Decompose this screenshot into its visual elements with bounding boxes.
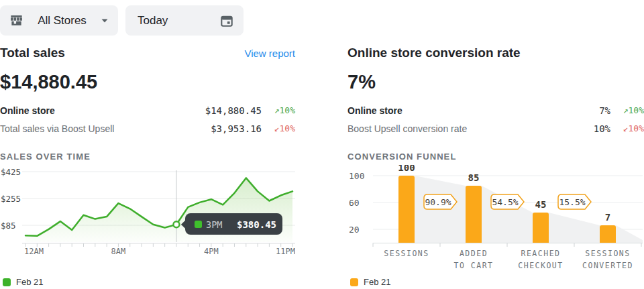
metric-value: 10%	[594, 123, 610, 134]
sales-over-time-chart[interactable]: $85$255$42512AM8AM4PM11PM3PM$380.45	[0, 165, 295, 259]
svg-text:90.9%: 90.9%	[425, 197, 451, 207]
svg-text:3PM: 3PM	[206, 219, 222, 230]
metric-label: Online store	[0, 105, 205, 116]
toolbar: All Stores Today	[0, 5, 244, 36]
view-report-link[interactable]: View report	[244, 48, 295, 59]
chevron-down-icon	[101, 18, 109, 23]
svg-text:CHECKOUT: CHECKOUT	[518, 261, 563, 270]
conversion-rate-panel: Online store conversion rate 7% Online s…	[347, 46, 644, 162]
total-sales-panel: Total sales View report $14,880.45 Onlin…	[0, 46, 295, 162]
metric-delta: ↙10%	[610, 123, 644, 133]
svg-text:8AM: 8AM	[111, 247, 126, 256]
conversion-rate-title: Online store conversion rate	[347, 46, 521, 60]
svg-text:54.5%: 54.5%	[492, 197, 518, 207]
legend-label: Feb 21	[16, 277, 43, 287]
metric-value: $14,880.45	[205, 105, 262, 116]
svg-text:100: 100	[398, 165, 415, 173]
svg-text:100: 100	[349, 171, 364, 181]
store-selector-button[interactable]: All Stores	[0, 5, 118, 36]
metric-delta: ↗10%	[610, 105, 644, 115]
total-sales-title: Total sales	[0, 46, 65, 60]
metric-delta: ↗10%	[262, 105, 295, 115]
metric-delta: ↙10%	[262, 123, 295, 133]
date-range-button[interactable]: Today	[125, 5, 244, 36]
svg-text:$255: $255	[1, 194, 21, 204]
conversion-funnel-label: CONVERSION FUNNEL	[347, 152, 644, 162]
conversion-funnel-chart[interactable]: 10060201008545790.9%54.5%15.5%SESSIONSAD…	[347, 165, 644, 272]
svg-text:12AM: 12AM	[24, 247, 44, 256]
metric-row-online-store: Online store 7% ↗10%	[347, 101, 644, 119]
svg-text:SESSIONS: SESSIONS	[585, 249, 630, 258]
svg-text:ADDED: ADDED	[460, 249, 488, 258]
conversion-rate-value: 7%	[347, 71, 644, 95]
total-sales-breakdown: Online store $14,880.45 ↗10% Total sales…	[0, 101, 295, 137]
metric-label: Online store	[347, 105, 599, 116]
metric-value: $3,953.16	[211, 123, 262, 134]
sales-chart-legend: Feb 21	[3, 277, 43, 287]
metric-value: 7%	[599, 105, 610, 116]
sales-over-time-label: SALES OVER TIME	[0, 152, 295, 162]
svg-text:TO CART: TO CART	[454, 261, 494, 270]
svg-text:$85: $85	[1, 221, 16, 231]
total-sales-value: $14,880.45	[0, 71, 295, 95]
metric-label: Boost Upsell conversion rate	[347, 123, 594, 134]
svg-text:11PM: 11PM	[276, 247, 295, 256]
legend-label: Feb 21	[364, 277, 390, 287]
svg-text:7: 7	[605, 212, 610, 223]
metric-row-online-store: Online store $14,880.45 ↗10%	[0, 101, 295, 119]
legend-swatch-orange	[350, 278, 358, 286]
date-range-label: Today	[138, 14, 168, 27]
legend-swatch-green	[3, 278, 11, 286]
svg-text:4PM: 4PM	[204, 247, 219, 256]
funnel-chart-legend: Feb 21	[350, 277, 390, 287]
svg-text:60: 60	[349, 198, 360, 208]
svg-text:CONVERTED: CONVERTED	[582, 261, 633, 270]
svg-text:20: 20	[349, 225, 360, 235]
calendar-icon	[219, 13, 234, 28]
svg-text:$380.45: $380.45	[237, 219, 276, 230]
metric-row-boost-upsell: Boost Upsell conversion rate 10% ↙10%	[347, 119, 644, 137]
store-icon	[9, 13, 23, 27]
svg-text:45: 45	[535, 199, 547, 210]
svg-text:15.5%: 15.5%	[559, 197, 585, 207]
conversion-breakdown: Online store 7% ↗10% Boost Upsell conver…	[347, 101, 644, 137]
store-selector-label: All Stores	[38, 14, 87, 27]
svg-text:SESSIONS: SESSIONS	[384, 249, 429, 258]
svg-text:REACHED: REACHED	[521, 249, 561, 258]
metric-label: Total sales via Boost Upsell	[0, 123, 211, 134]
svg-text:$425: $425	[1, 167, 21, 177]
metric-row-boost-upsell: Total sales via Boost Upsell $3,953.16 ↙…	[0, 119, 295, 137]
svg-text:85: 85	[468, 172, 480, 183]
